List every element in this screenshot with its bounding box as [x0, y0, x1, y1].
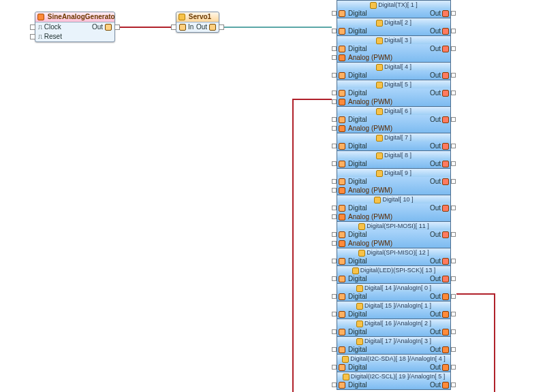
port-digital-in[interactable] [339, 178, 345, 185]
dock-icon[interactable] [332, 232, 337, 237]
pin-digital-row[interactable]: DigitalOut [337, 380, 450, 389]
design-canvas[interactable]: SineAnalogGenerator1 ⎍ Clock Out ⎍ Reset… [0, 0, 545, 392]
port-digital-out[interactable] [442, 161, 449, 167]
port-digital-in[interactable] [339, 205, 345, 212]
dock-icon[interactable] [332, 312, 337, 316]
pin-digital-row[interactable]: DigitalOut [337, 115, 450, 124]
port-digital-in[interactable] [339, 276, 345, 282]
dock-icon[interactable] [451, 347, 456, 352]
port-digital-out[interactable] [442, 276, 449, 282]
pin-analog-row[interactable]: Analog (PWM) [337, 186, 450, 195]
dock-icon[interactable] [171, 24, 176, 30]
pin-digital-row[interactable]: DigitalOut [337, 274, 450, 283]
dock-icon[interactable] [451, 144, 456, 148]
port-digital-in[interactable] [339, 329, 345, 336]
dock-icon[interactable] [451, 161, 456, 166]
dock-icon[interactable] [332, 206, 337, 210]
dock-icon[interactable] [451, 312, 456, 316]
dock-icon[interactable] [114, 24, 120, 30]
board-pin-column[interactable]: Digital(TX)[ 1 ]DigitalOutDigital[ 2 ]Di… [337, 0, 451, 390]
port-digital-out[interactable] [442, 329, 449, 336]
dock-icon[interactable] [30, 24, 35, 30]
port-digital-out[interactable] [442, 346, 449, 353]
dock-icon[interactable] [332, 241, 337, 246]
dock-icon[interactable] [451, 232, 456, 237]
port-out[interactable]: Out [92, 22, 112, 32]
port-digital-out[interactable] [442, 258, 449, 265]
pin-slot[interactable]: Digital(TX)[ 1 ]DigitalOut [337, 0, 451, 18]
pin-digital-row[interactable]: DigitalOut [337, 9, 450, 18]
pin-slot[interactable]: Digital[ 8 ]DigitalOut [337, 151, 451, 169]
dock-icon[interactable] [451, 206, 456, 210]
pin-digital-row[interactable]: DigitalOut [337, 230, 450, 239]
dock-icon[interactable] [451, 382, 456, 387]
pin-digital-row[interactable]: DigitalOut [337, 292, 450, 301]
pin-slot[interactable]: Digital[ 10 ]DigitalOutAnalog (PWM) [337, 195, 451, 222]
port-analog-in[interactable] [339, 240, 345, 247]
port-digital-in[interactable] [339, 10, 345, 17]
port-digital-in[interactable] [339, 231, 345, 238]
pin-slot[interactable]: Digital[ 9 ]DigitalOutAnalog (PWM) [337, 169, 451, 195]
dock-icon[interactable] [219, 24, 224, 30]
pin-digital-row[interactable]: DigitalOut [337, 310, 450, 318]
port-digital-in[interactable] [339, 382, 345, 389]
dock-icon[interactable] [451, 46, 456, 51]
dock-icon[interactable] [332, 99, 337, 104]
dock-icon[interactable] [332, 259, 337, 263]
port-digital-out[interactable] [442, 311, 449, 318]
pin-digital-row[interactable]: DigitalOut [337, 363, 450, 372]
pin-digital-row[interactable]: DigitalOut [337, 27, 450, 35]
dock-icon[interactable] [332, 329, 337, 334]
dock-icon[interactable] [451, 179, 456, 184]
pin-slot[interactable]: Digital[ 17 ]/AnalogIn[ 3 ]DigitalOut [337, 337, 451, 355]
pin-digital-row[interactable]: DigitalOut [337, 142, 450, 150]
port-digital-out[interactable] [442, 10, 449, 17]
pin-digital-row[interactable]: DigitalOut [337, 159, 450, 168]
dock-icon[interactable] [332, 161, 337, 166]
dock-icon[interactable] [332, 144, 337, 148]
pin-analog-row[interactable]: Analog (PWM) [337, 97, 450, 106]
dock-icon[interactable] [332, 46, 337, 51]
port-analog-in[interactable] [339, 214, 345, 220]
pin-digital-row[interactable]: DigitalOut [337, 88, 450, 97]
dock-icon[interactable] [332, 214, 337, 219]
dock-icon[interactable] [332, 73, 337, 78]
dock-icon[interactable] [332, 365, 337, 370]
dock-icon[interactable] [332, 29, 337, 33]
port-digital-in[interactable] [339, 116, 345, 123]
dock-icon[interactable] [332, 276, 337, 281]
dock-icon[interactable] [451, 329, 456, 334]
dock-icon[interactable] [332, 347, 337, 352]
port-digital-out[interactable] [442, 90, 449, 97]
port-analog-in[interactable] [339, 187, 345, 194]
port-analog-in[interactable] [339, 99, 345, 105]
pin-digital-row[interactable]: DigitalOut [337, 257, 450, 265]
pin-slot[interactable]: Digital[ 3 ]DigitalOutAnalog (PWM) [337, 36, 451, 63]
port-digital-in[interactable] [339, 364, 345, 371]
port-digital-in[interactable] [339, 346, 345, 353]
dock-icon[interactable] [332, 188, 337, 193]
port-digital-in[interactable] [339, 46, 345, 52]
pin-slot[interactable]: Digital(LED)(SPI-SCK)[ 13 ]DigitalOut [337, 266, 451, 284]
pin-slot[interactable]: Digital[ 15 ]/AnalogIn[ 1 ]DigitalOut [337, 301, 451, 319]
pin-digital-row[interactable]: DigitalOut [337, 203, 450, 212]
pin-analog-row[interactable]: Analog (PWM) [337, 53, 450, 62]
port-digital-in[interactable] [339, 258, 345, 265]
port-digital-in[interactable] [339, 161, 345, 167]
port-digital-in[interactable] [339, 143, 345, 150]
port-digital-in[interactable] [339, 293, 345, 300]
dock-icon[interactable] [451, 11, 456, 16]
dock-icon[interactable] [332, 179, 337, 184]
dock-icon[interactable] [332, 55, 337, 60]
pin-digital-row[interactable]: DigitalOut [337, 345, 450, 354]
dock-icon[interactable] [451, 91, 456, 95]
port-digital-out[interactable] [442, 72, 449, 79]
dock-icon[interactable] [332, 382, 337, 387]
dock-icon[interactable] [451, 73, 456, 78]
dock-icon[interactable] [332, 11, 337, 16]
pin-slot[interactable]: Digital[ 4 ]DigitalOut [337, 63, 451, 80]
port-digital-out[interactable] [442, 231, 449, 238]
port-digital-out[interactable] [442, 205, 449, 212]
pin-analog-row[interactable]: Analog (PWM) [337, 124, 450, 133]
node-sine-analog-generator[interactable]: SineAnalogGenerator1 ⎍ Clock Out ⎍ Reset [35, 12, 115, 42]
